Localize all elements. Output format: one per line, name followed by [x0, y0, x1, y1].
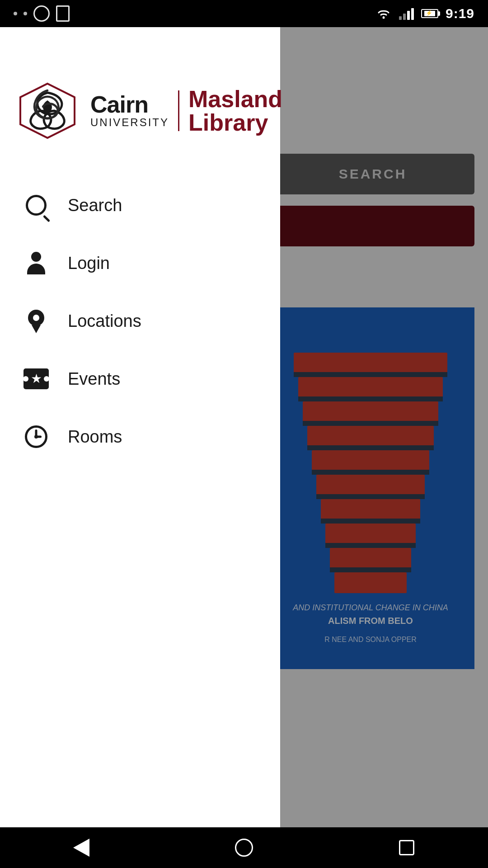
logo-container: Cairn UNIVERSITY Masland Library [18, 81, 262, 140]
sidebar-item-login[interactable]: Login [0, 234, 280, 292]
search-icon [23, 192, 50, 219]
logo-area: Cairn UNIVERSITY Masland Library [0, 63, 280, 167]
rooms-label: Rooms [68, 427, 122, 447]
sidebar-item-locations[interactable]: Locations [0, 292, 280, 350]
back-icon [73, 839, 89, 857]
logo-library-label: Library [188, 111, 282, 134]
logo-text: Cairn UNIVERSITY Masland Library [90, 87, 282, 134]
navigation-drawer: Cairn UNIVERSITY Masland Library Sea [0, 27, 280, 827]
status-time: 9:19 [446, 6, 474, 21]
sidebar-item-rooms[interactable]: Rooms [0, 408, 280, 466]
search-label: Search [68, 196, 122, 215]
status-dot1 [14, 12, 17, 15]
svg-line-24 [47, 84, 75, 97]
battery-icon [421, 9, 438, 18]
status-left-icons [14, 5, 70, 22]
sidebar-item-search[interactable]: Search [0, 176, 280, 234]
person-icon [23, 250, 50, 277]
events-icon: ★ [23, 365, 50, 392]
logo-divider [178, 90, 179, 131]
back-button[interactable] [68, 834, 95, 861]
bottom-navigation [0, 827, 488, 868]
logo-cairn-name: Cairn [90, 93, 148, 116]
login-label: Login [68, 254, 110, 273]
menu-list: Search Login [0, 167, 280, 475]
wifi-icon [375, 7, 392, 20]
status-right-icons: 9:19 [375, 6, 474, 21]
trinity-knot-icon [18, 81, 77, 140]
status-camera-icon [33, 5, 50, 22]
logo-masland-text-group: Masland Library [188, 87, 282, 134]
svg-point-0 [382, 17, 385, 19]
status-bar: 9:19 [0, 0, 488, 27]
recents-icon [399, 840, 414, 855]
sidebar-item-events[interactable]: ★ Events [0, 350, 280, 408]
logo-university-label: UNIVERSITY [90, 116, 169, 129]
home-button[interactable] [230, 834, 258, 861]
location-icon [23, 307, 50, 335]
main-content: SEARCH [0, 27, 488, 827]
status-dot2 [23, 12, 27, 15]
status-nfc-icon [56, 5, 70, 22]
logo-cairn-text-group: Cairn UNIVERSITY [90, 93, 169, 129]
logo-masland-name: Masland [188, 87, 282, 111]
recents-button[interactable] [393, 834, 420, 861]
signal-bars [399, 7, 414, 20]
locations-label: Locations [68, 311, 141, 331]
events-label: Events [68, 369, 120, 389]
rooms-icon [23, 423, 50, 450]
home-icon [235, 839, 253, 857]
